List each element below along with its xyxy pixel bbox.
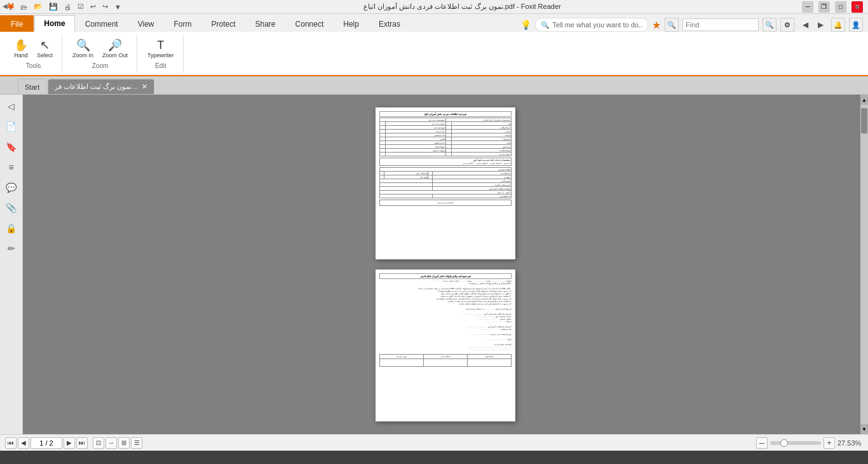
- tab-extras[interactable]: Extras: [369, 15, 410, 32]
- page1-signature: امضاء مدیر مدرسه: [379, 200, 512, 206]
- sign-button[interactable]: ✏: [3, 240, 20, 257]
- ribbon-group-clipboard: ✋ Hand ↖ Select Tools: [5, 34, 62, 72]
- ribbon-content: ✋ Hand ↖ Select Tools 🔍 Zoom In 🔎 Zoom O…: [0, 32, 868, 76]
- find-options-button[interactable]: ⚙: [780, 18, 794, 32]
- pdf-page-2: فرم تعهدنامه والدین/اولیاء دانش آموزان ا…: [376, 270, 515, 421]
- tell-me-text: Tell me what you want to do..: [552, 21, 642, 29]
- window-title: نمون برگ ثبت اطلاعات فردی دانش آموزان ات…: [363, 3, 561, 11]
- two-page-button[interactable]: ⊞: [118, 437, 130, 449]
- page1-lower-table: اطلاعات والدین تحصیلات پدر تحصیلات مادر …: [379, 167, 512, 198]
- page-number-input[interactable]: 1 / 2: [31, 437, 62, 449]
- tab-scroll-left[interactable]: ◀: [3, 3, 8, 10]
- tab-connect[interactable]: Connect: [286, 15, 334, 32]
- nav-forward-button[interactable]: ▶: [813, 18, 827, 32]
- tab-home[interactable]: Home: [34, 15, 74, 32]
- view-buttons: ⊡ ↔ ⊞ ☰: [93, 437, 142, 449]
- tab-doc-label: نمون برگ ثبت اطلاعات فر...: [55, 83, 137, 91]
- page1-header: فرم ثبت اطلاعات فردی دانش آموزان اتباع: [379, 111, 512, 117]
- open-icon[interactable]: 📂: [32, 1, 44, 12]
- continuous-button[interactable]: ☰: [131, 437, 142, 449]
- pdf-page-1: فرم ثبت اطلاعات فردی دانش آموزان اتباع م…: [376, 107, 515, 259]
- title-bar-icons: 🗁 📂 💾 🖨 ☑ ↩ ↪ ▼: [19, 1, 123, 12]
- help-icon: 💡: [520, 20, 531, 30]
- hand-icon: ✋: [14, 39, 28, 51]
- tabs-bar: ◀ Start نمون برگ ثبت اطلاعات فر... ✕ ▼: [0, 77, 868, 95]
- tab-share[interactable]: Share: [246, 15, 285, 32]
- tab-help[interactable]: Help: [334, 15, 369, 32]
- tab-start-label: Start: [25, 83, 39, 91]
- minimize-button[interactable]: ─: [802, 1, 813, 13]
- redo-icon[interactable]: ↪: [101, 1, 109, 12]
- attachment-button[interactable]: 📎: [3, 199, 20, 217]
- zoom-out-button[interactable]: 🔎 Zoom Out: [98, 38, 132, 60]
- notification-button[interactable]: 🔔: [831, 18, 845, 32]
- layers-button[interactable]: ≡: [3, 158, 20, 176]
- zoom-in-icon: 🔍: [76, 39, 90, 51]
- tab-form[interactable]: Form: [165, 15, 201, 32]
- find-input[interactable]: [682, 18, 759, 31]
- favorites-icon: ★: [652, 19, 661, 31]
- tab-comment[interactable]: Comment: [76, 15, 128, 32]
- scroll-up-button[interactable]: ▲: [860, 95, 868, 105]
- zoom-plus-button[interactable]: +: [824, 437, 835, 449]
- scrollbar-thumb[interactable]: [861, 108, 867, 133]
- first-page-button[interactable]: ⏮: [5, 437, 17, 449]
- pdf-page-2-content: فرم تعهدنامه والدین/اولیاء دانش آموزان ا…: [376, 270, 515, 421]
- undo-icon[interactable]: ↩: [89, 1, 97, 12]
- fit-width-button[interactable]: ↔: [105, 437, 117, 449]
- restore-button[interactable]: ❐: [818, 1, 830, 13]
- type-icon: T: [157, 39, 164, 51]
- nav-buttons: ◀ ▶: [798, 18, 827, 32]
- page1-checkboxes: مشخصات خدمات ارائه شده به دانش آموز ☐ بی…: [379, 158, 512, 166]
- title-bar: 🦊 🗁 📂 💾 🖨 ☑ ↩ ↪ ▼ نمون برگ ثبت اطلاعات ف…: [0, 0, 868, 14]
- zoom-minus-button[interactable]: ─: [756, 437, 768, 449]
- checkbox-icon[interactable]: ☑: [76, 1, 85, 12]
- bookmark-button[interactable]: 🔖: [3, 138, 20, 156]
- ribbon: File Home Comment View Form Protect Shar…: [0, 14, 868, 77]
- new-icon[interactable]: 🗁: [19, 2, 29, 12]
- zoom-percentage: 27.53%: [837, 439, 863, 447]
- tab-scroll-right[interactable]: ▼: [854, 3, 860, 11]
- next-page-button[interactable]: ▶: [64, 437, 75, 449]
- hand-tool-button[interactable]: ✋ Hand: [10, 38, 32, 60]
- find-button[interactable]: 🔍: [665, 18, 679, 32]
- maximize-button[interactable]: □: [835, 1, 846, 13]
- cursor-icon: ↖: [40, 39, 50, 51]
- page-thumbnail-button[interactable]: 📄: [3, 118, 20, 135]
- fit-page-button[interactable]: ⊡: [93, 437, 104, 449]
- user-button[interactable]: 👤: [849, 18, 863, 32]
- save-icon[interactable]: 💾: [48, 1, 59, 12]
- comment-button[interactable]: 💬: [3, 179, 20, 196]
- tell-me-input[interactable]: 🔍 Tell me what you want to do..: [535, 18, 648, 32]
- zoom-area: ─ + 27.53%: [756, 437, 863, 449]
- status-left: ⏮ ◀ 1 / 2 ▶ ⏭ ⊡ ↔ ⊞ ☰: [5, 437, 142, 449]
- tab-file[interactable]: File: [0, 15, 34, 32]
- security-button[interactable]: 🔒: [3, 219, 20, 237]
- find-search-button[interactable]: 🔍: [763, 18, 776, 32]
- zoom-in-button[interactable]: 🔍 Zoom In: [69, 38, 97, 60]
- tab-view[interactable]: View: [128, 15, 164, 32]
- select-tool-button[interactable]: ↖ Select: [33, 38, 57, 60]
- ribbon-group-view: 🔍 Zoom In 🔎 Zoom Out Zoom: [64, 34, 137, 72]
- dropdown-icon[interactable]: ▼: [113, 2, 123, 12]
- navigate-button[interactable]: ◁: [3, 97, 20, 115]
- tab-close-button[interactable]: ✕: [142, 83, 147, 91]
- tab-protect[interactable]: Protect: [202, 15, 245, 32]
- page2-header: فرم تعهدنامه والدین/اولیاء دانش آموزان ا…: [379, 273, 512, 279]
- typewriter-button[interactable]: T Typewriter: [144, 38, 178, 60]
- zoom-slider[interactable]: [770, 441, 821, 445]
- ribbon-tabs: File Home Comment View Form Protect Shar…: [0, 14, 868, 32]
- scrollbar-track[interactable]: [860, 105, 868, 424]
- pdf-area[interactable]: فرم ثبت اطلاعات فردی دانش آموزان اتباع م…: [23, 95, 868, 434]
- pdf-scrollbar[interactable]: ▲ ▼: [860, 95, 868, 434]
- zoom-slider-thumb: [780, 439, 788, 447]
- tab-start[interactable]: Start: [18, 79, 46, 94]
- nav-back-button[interactable]: ◀: [798, 18, 812, 32]
- last-page-button[interactable]: ⏭: [76, 437, 88, 449]
- zoom-out-icon: 🔎: [108, 39, 122, 51]
- tab-document[interactable]: نمون برگ ثبت اطلاعات فر... ✕: [48, 79, 154, 94]
- print-icon[interactable]: 🖨: [63, 2, 72, 12]
- prev-page-button[interactable]: ◀: [18, 437, 29, 449]
- title-bar-left: 🦊 🗁 📂 💾 🖨 ☑ ↩ ↪ ▼: [5, 1, 123, 12]
- scroll-down-button[interactable]: ▼: [860, 424, 868, 434]
